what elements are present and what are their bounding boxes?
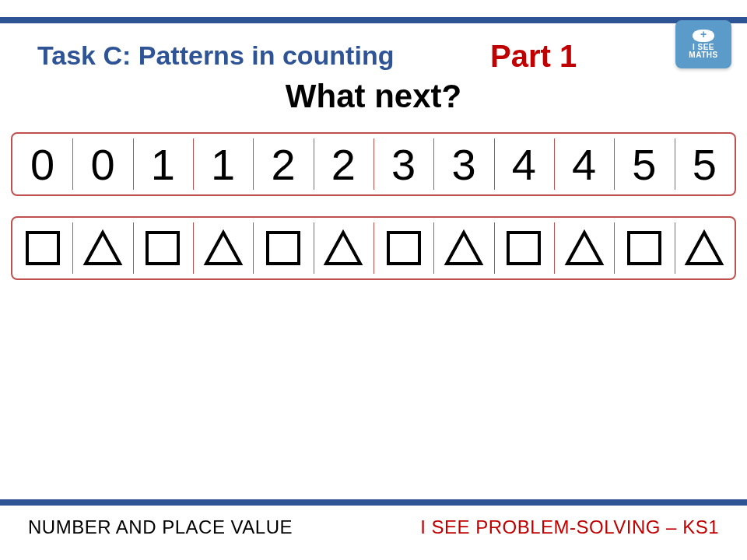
footer-left: NUMBER AND PLACE VALUE — [28, 516, 293, 538]
shape-cell — [133, 218, 193, 278]
shapes-row — [11, 216, 736, 280]
number-cell: 3 — [374, 134, 433, 194]
number-cell: 2 — [314, 134, 374, 194]
footer-right: I SEE PROBLEM-SOLVING – KS1 — [420, 516, 719, 538]
svg-marker-5 — [326, 233, 360, 264]
svg-marker-1 — [86, 233, 120, 264]
svg-marker-9 — [567, 233, 601, 264]
square-icon — [21, 226, 65, 270]
bottom-accent-bar — [0, 499, 747, 506]
svg-rect-6 — [388, 233, 419, 264]
brand-logo: I SEE MATHS — [675, 20, 731, 68]
square-icon — [622, 226, 666, 270]
svg-rect-10 — [629, 233, 660, 264]
shape-cell — [314, 218, 374, 278]
square-icon — [141, 226, 184, 270]
svg-rect-8 — [508, 233, 539, 264]
square-icon — [502, 226, 545, 270]
number-cell: 0 — [72, 134, 132, 194]
number-cell: 0 — [12, 134, 72, 194]
shape-cell — [675, 218, 735, 278]
logo-text-line2: MATHS — [689, 51, 717, 59]
eye-icon — [693, 30, 714, 42]
shape-cell — [554, 218, 614, 278]
number-cell: 1 — [193, 134, 253, 194]
triangle-icon — [321, 226, 365, 270]
square-icon — [261, 226, 305, 270]
shape-cell — [494, 218, 554, 278]
number-cell: 5 — [614, 134, 674, 194]
svg-marker-3 — [206, 233, 240, 264]
part-label: Part 1 — [490, 39, 577, 74]
triangle-icon — [682, 226, 726, 270]
svg-marker-11 — [687, 233, 721, 264]
shape-cell — [12, 218, 72, 278]
number-cell: 5 — [675, 134, 735, 194]
square-icon — [382, 226, 426, 270]
shape-cell — [72, 218, 132, 278]
number-cell: 3 — [433, 134, 493, 194]
number-cell: 2 — [253, 134, 313, 194]
number-cell: 1 — [133, 134, 193, 194]
shape-cell — [253, 218, 313, 278]
svg-marker-7 — [447, 233, 481, 264]
number-cell: 4 — [554, 134, 614, 194]
svg-rect-2 — [147, 233, 178, 264]
shape-cell — [614, 218, 674, 278]
svg-rect-4 — [268, 233, 299, 264]
triangle-icon — [442, 226, 486, 270]
triangle-icon — [202, 226, 245, 270]
shape-cell — [374, 218, 433, 278]
task-title: Task C: Patterns in counting — [37, 40, 394, 71]
shape-cell — [433, 218, 493, 278]
triangle-icon — [81, 226, 124, 270]
triangle-icon — [563, 226, 606, 270]
shape-cell — [193, 218, 253, 278]
question-heading: What next? — [0, 78, 747, 115]
numbers-row: 0 0 1 1 2 2 3 3 4 4 5 5 — [11, 132, 736, 196]
svg-rect-0 — [27, 233, 58, 264]
slide: I SEE MATHS Task C: Patterns in counting… — [0, 0, 747, 560]
top-accent-bar — [0, 17, 747, 23]
number-cell: 4 — [494, 134, 554, 194]
